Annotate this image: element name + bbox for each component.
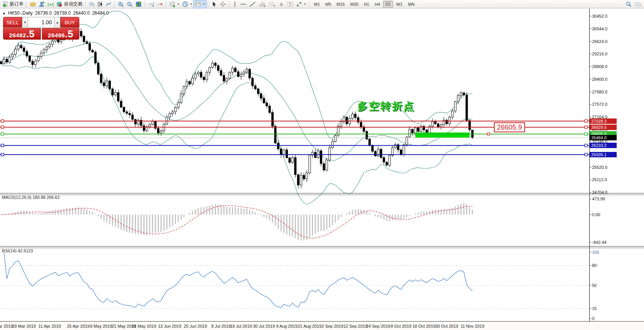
tile-windows-button[interactable]	[134, 0, 143, 8]
separator	[114, 1, 115, 7]
rsi-axis-tick: 50	[592, 283, 597, 288]
date-axis-tick: 25 Jun 2019	[184, 324, 207, 328]
chat-button[interactable]	[633, 0, 643, 8]
new-order-button[interactable]: 新订单	[1, 0, 25, 8]
new-chart-dropdown[interactable]: ▼	[168, 0, 181, 8]
volume-down-button[interactable]: ▼	[22, 17, 28, 28]
trendline-button[interactable]	[248, 0, 257, 8]
chart-symbol-period: HK50-,Daily	[8, 10, 33, 16]
buy-price-button[interactable]: 26496 .5	[42, 28, 80, 40]
turning-point-annotation[interactable]: 多空转折点	[357, 99, 415, 113]
line-chart-icon	[105, 1, 112, 7]
chart-shift-button[interactable]	[156, 0, 164, 8]
date-axis-tick: 31 May 2019	[132, 324, 156, 328]
crosshair-icon	[220, 1, 226, 7]
metaeditor-button[interactable]	[28, 0, 37, 8]
timeframe-button-h4[interactable]: H4	[372, 1, 382, 8]
dropdown-arrow-icon: ▼	[202, 3, 205, 5]
tile-windows-icon	[135, 1, 142, 7]
fibonacci-button[interactable]: F	[267, 0, 277, 8]
vertical-line-button[interactable]	[231, 0, 239, 8]
cursor-button[interactable]	[210, 0, 219, 8]
date-axis-tick: 19 Mar 2019	[0, 324, 13, 328]
timeframe-button-m1[interactable]: M1	[312, 1, 322, 8]
rsi-axis-tick: 80	[592, 263, 597, 268]
separator	[166, 1, 167, 7]
timeframe-button-m30[interactable]: M30	[348, 1, 361, 8]
line-chart-type-button[interactable]	[104, 0, 113, 8]
bar-chart-type-button[interactable]	[87, 0, 96, 8]
sell-button[interactable]: SELL	[3, 17, 22, 28]
trendline-icon	[249, 1, 256, 7]
template-chart-icon	[195, 1, 201, 7]
date-axis-tick: 9 Aug 2019	[276, 324, 298, 328]
chat-icon	[634, 1, 642, 7]
timeframe-button-m15[interactable]: M15	[334, 1, 347, 8]
zoom-out-icon	[127, 1, 133, 7]
channel-button[interactable]: E	[257, 0, 267, 8]
buy-button[interactable]: BUY	[60, 17, 79, 28]
timeframe-button-h1[interactable]: H1	[361, 1, 371, 8]
timeframe-button-mn[interactable]: MN	[406, 1, 417, 8]
price-axis-tick: 24704.0	[592, 190, 607, 195]
separator	[144, 1, 145, 7]
templates-dropdown[interactable]: ▼	[194, 0, 206, 8]
autotrading-button[interactable]: 自动交易	[55, 0, 84, 8]
buy-price-main: 26496	[48, 32, 65, 38]
timeframe-button-w1[interactable]: W1	[394, 1, 405, 8]
dropdown-arrow-icon: ▼	[177, 3, 180, 5]
date-axis-tick: 30 Oct 2019	[435, 324, 458, 328]
price-line-tag: 25935.1	[590, 152, 617, 157]
search-button[interactable]	[624, 0, 633, 8]
clock-icon	[182, 1, 188, 7]
zoom-in-icon	[118, 1, 124, 7]
price-axis-tick: 28400.0	[592, 77, 607, 82]
bar-chart-icon	[89, 1, 95, 7]
chart-title: ▲ HK50-,Daily 26736.0 26738.0 26440.0 26…	[2, 10, 109, 16]
sell-price-button[interactable]: 26482 .5	[3, 28, 41, 40]
candlestick-icon	[97, 1, 103, 7]
date-axis-tick: 8 Oct 2019	[391, 324, 411, 328]
date-axis-tick: 8 Jul 2019	[211, 324, 231, 328]
price-line-tag: 27028.3	[590, 118, 617, 124]
date-axis-tick: 18 Jul 2019	[230, 324, 252, 328]
text-label-button[interactable]: T	[286, 0, 295, 8]
horizontal-line-button[interactable]	[239, 0, 248, 8]
chart-canvas[interactable]	[0, 0, 644, 330]
candlestick-type-button[interactable]	[96, 0, 104, 8]
new-order-icon	[2, 1, 8, 7]
separator	[309, 1, 310, 7]
text-button[interactable]: A	[277, 0, 286, 8]
horizontal-line-icon	[240, 1, 247, 7]
timeframe-button-d1[interactable]: D1	[383, 1, 393, 8]
ohlc-close: 26484.0	[92, 10, 109, 16]
date-axis-tick: 13 Jun 2019	[158, 324, 181, 328]
autotrade-globe-icon	[56, 1, 63, 7]
zoom-out-button[interactable]	[125, 0, 134, 8]
separator	[208, 1, 209, 7]
new-order-label: 新订单	[10, 1, 23, 7]
price-axis-tick: 30452.0	[592, 14, 607, 18]
crosshair-button[interactable]	[219, 0, 227, 8]
price-callout[interactable]: 26605.9	[494, 122, 525, 132]
volume-up-button[interactable]: ▲	[54, 17, 60, 28]
date-axis-tick: 18 Oct 2019	[412, 324, 435, 328]
zoom-in-button[interactable]	[117, 0, 125, 8]
signals-button[interactable]	[46, 0, 55, 8]
arrows-dropdown[interactable]: ▼	[295, 0, 308, 8]
timeframe-button-m5[interactable]: M5	[323, 1, 333, 8]
vertical-line-icon	[232, 1, 238, 7]
rsi-indicator-label: RSI(14) 42.6123	[2, 248, 33, 253]
auto-scroll-icon	[148, 1, 154, 7]
date-axis-tick: 12 Sep 2019	[343, 324, 367, 328]
price-axis-tick: 27980.0	[592, 90, 607, 94]
date-axis-tick: 11 Apr 2019	[38, 324, 61, 328]
rsi-axis-tick: 100	[592, 250, 599, 255]
periods-dropdown[interactable]: ▼	[181, 0, 194, 8]
auto-scroll-button[interactable]	[147, 0, 156, 8]
separator	[85, 1, 86, 7]
accounts-button[interactable]	[37, 0, 46, 8]
separator	[229, 1, 229, 7]
svg-text:F: F	[274, 5, 275, 7]
volume-input[interactable]	[28, 17, 54, 28]
